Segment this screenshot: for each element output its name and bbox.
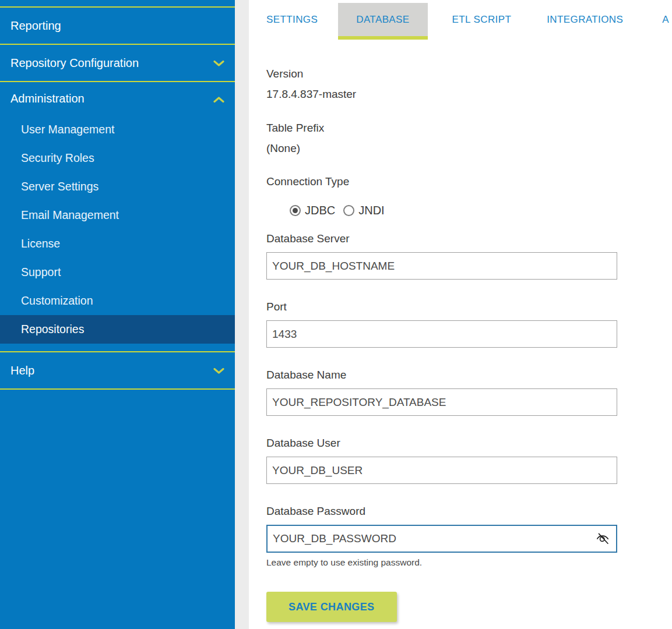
sidebar: Reporting Repository Configuration Admin… <box>0 0 235 629</box>
tab-partial[interactable]: A <box>662 3 669 36</box>
sidebar-item-security-roles[interactable]: Security Roles <box>0 144 235 172</box>
database-user-input[interactable] <box>266 457 617 484</box>
chevron-up-icon <box>213 92 224 105</box>
sidebar-item-user-management[interactable]: User Management <box>0 115 235 144</box>
database-password-field <box>266 525 617 553</box>
database-server-label: Database Server <box>266 231 617 246</box>
version-value: 17.8.4.837-master <box>266 87 617 102</box>
sidebar-item-customization[interactable]: Customization <box>0 287 235 315</box>
sidebar-spacer <box>0 344 235 351</box>
database-name-input[interactable] <box>266 388 617 416</box>
connection-type-label: Connection Type <box>266 174 617 189</box>
chevron-down-icon <box>213 364 224 377</box>
table-prefix-value: (None) <box>266 141 617 156</box>
sidebar-item-label: Repository Configuration <box>10 56 139 70</box>
sidebar-subitem-label: Email Management <box>21 209 119 222</box>
sidebar-item-help[interactable]: Help <box>0 352 235 390</box>
chevron-down-icon <box>213 56 224 70</box>
jndi-radio[interactable] <box>343 205 354 216</box>
database-name-label: Database Name <box>266 367 617 383</box>
sidebar-item-repositories[interactable]: Repositories <box>0 315 235 344</box>
database-password-input[interactable] <box>266 525 617 553</box>
password-helper-text: Leave empty to use existing password. <box>266 557 617 568</box>
sidebar-item-label: Help <box>10 364 34 377</box>
tab-settings[interactable]: SETTINGS <box>266 3 318 36</box>
sidebar-item-repository-configuration[interactable]: Repository Configuration <box>0 45 235 82</box>
tab-etl-script[interactable]: ETL SCRIPT <box>452 3 512 36</box>
database-password-label: Database Password <box>266 504 617 519</box>
version-label: Version <box>266 66 617 82</box>
database-server-input[interactable] <box>266 252 617 280</box>
sidebar-subitem-label: Support <box>21 266 61 279</box>
eye-off-icon <box>595 531 610 547</box>
database-user-label: Database User <box>266 436 617 451</box>
sidebar-item-administration[interactable]: Administration <box>0 82 235 115</box>
sidebar-item-license[interactable]: License <box>0 229 235 258</box>
sidebar-item-email-management[interactable]: Email Management <box>0 201 235 229</box>
sidebar-item-label: Reporting <box>10 19 61 33</box>
sidebar-subitem-label: License <box>21 237 60 250</box>
sidebar-subitem-label: Security Roles <box>21 151 94 165</box>
sidebar-top-partial-row <box>0 0 235 8</box>
jdbc-radio[interactable] <box>290 205 301 216</box>
sidebar-subitem-label: User Management <box>21 123 114 136</box>
jdbc-radio-label[interactable]: JDBC <box>305 204 335 217</box>
port-input[interactable] <box>266 320 617 348</box>
tab-bar: SETTINGS DATABASE ETL SCRIPT INTEGRATION… <box>249 0 672 40</box>
sidebar-item-support[interactable]: Support <box>0 258 235 287</box>
connection-type-radio-group: JDBC JNDI <box>266 204 617 217</box>
tab-integrations[interactable]: INTEGRATIONS <box>547 3 623 36</box>
sidebar-item-server-settings[interactable]: Server Settings <box>0 172 235 201</box>
sidebar-subitem-label: Server Settings <box>21 180 98 193</box>
tab-database[interactable]: DATABASE <box>338 3 427 40</box>
table-prefix-label: Table Prefix <box>266 121 617 136</box>
database-settings-form: Version 17.8.4.837-master Table Prefix (… <box>266 40 617 622</box>
sidebar-item-label: Administration <box>10 92 85 105</box>
sidebar-item-reporting[interactable]: Reporting <box>0 8 235 45</box>
sidebar-subitem-label: Repositories <box>21 323 84 336</box>
sidebar-subitem-label: Customization <box>21 294 93 308</box>
toggle-password-visibility-button[interactable] <box>593 529 613 549</box>
main-content: SETTINGS DATABASE ETL SCRIPT INTEGRATION… <box>249 0 672 629</box>
scrollbar-gutter[interactable] <box>235 0 249 629</box>
port-label: Port <box>266 299 617 314</box>
jndi-radio-label[interactable]: JNDI <box>358 204 384 217</box>
sidebar-group-administration: Administration User Management Security … <box>0 82 235 352</box>
save-changes-button[interactable]: SAVE CHANGES <box>266 592 397 622</box>
